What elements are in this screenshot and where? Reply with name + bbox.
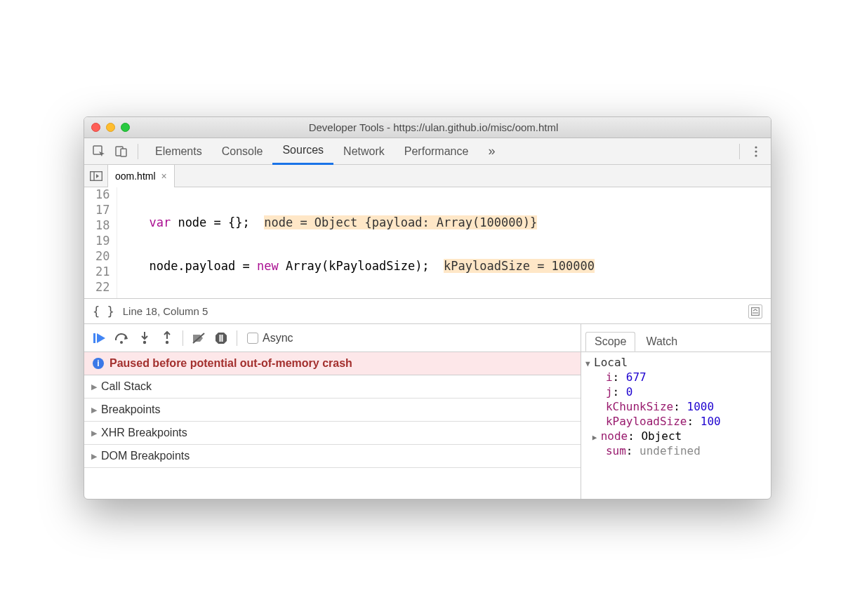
svg-point-13 (166, 340, 168, 343)
svg-rect-16 (222, 335, 223, 342)
chevron-right-icon: ▶ (91, 382, 97, 391)
chevron-down-icon: ▼ (585, 359, 594, 368)
tab-sources[interactable]: Sources (272, 138, 333, 165)
deactivate-breakpoints-icon[interactable] (189, 328, 208, 348)
svg-point-5 (755, 154, 757, 156)
section-call-stack[interactable]: ▶Call Stack (84, 375, 581, 399)
close-window-button[interactable] (91, 123, 100, 132)
async-label: Async (263, 332, 293, 344)
scope-var[interactable]: ▶node: Object (581, 429, 771, 443)
file-tab-oom[interactable]: oom.html × (108, 165, 175, 187)
window-title: Developer Tools - https://ulan.github.io… (103, 121, 764, 133)
info-icon: i (93, 358, 104, 369)
scope-local-header[interactable]: ▼Local (581, 355, 771, 370)
tab-elements[interactable]: Elements (145, 138, 212, 165)
code-editor[interactable]: 16 17 18 19 20 21 22 var node = {}; node… (84, 187, 771, 298)
scope-var[interactable]: i: 677 (581, 370, 771, 384)
scope-var[interactable]: kChunkSize: 1000 (581, 399, 771, 414)
svg-point-11 (120, 341, 123, 344)
devtools-window: Developer Tools - https://ulan.github.io… (84, 116, 771, 500)
svg-rect-8 (752, 307, 760, 315)
section-dom-breakpoints[interactable]: ▶DOM Breakpoints (84, 445, 581, 468)
step-over-icon[interactable] (112, 328, 132, 348)
scope-var[interactable]: j: 0 (581, 384, 771, 399)
debugger-panes: i Paused before potential out-of-memory … (84, 351, 771, 499)
svg-rect-15 (220, 335, 221, 342)
section-xhr-breakpoints[interactable]: ▶XHR Breakpoints (84, 422, 581, 445)
step-out-icon[interactable] (157, 328, 177, 348)
code-line-16: var node = {}; node = Object {payload: A… (120, 215, 771, 231)
section-breakpoints[interactable]: ▶Breakpoints (84, 399, 581, 422)
svg-point-4 (755, 150, 757, 152)
navigator-toggle-icon[interactable] (84, 165, 108, 187)
editor-statusbar: { } Line 18, Column 5 (84, 298, 771, 323)
chevron-right-icon: ▶ (592, 433, 601, 442)
more-tabs-button[interactable]: » (478, 138, 505, 165)
pause-message: i Paused before potential out-of-memory … (84, 352, 581, 375)
editor-tab-strip: oom.html × (84, 165, 771, 187)
tab-scope[interactable]: Scope (585, 332, 635, 351)
code-content: var node = {}; node = Object {payload: A… (117, 187, 771, 298)
scope-var[interactable]: kPayloadSize: 100 (581, 414, 771, 429)
panel-tabs: Elements Console Sources Network Perform… (145, 138, 505, 165)
cursor-position: Line 18, Column 5 (123, 305, 208, 317)
callstack-pane: i Paused before potential out-of-memory … (84, 352, 581, 499)
toolbar-divider (739, 144, 740, 159)
chevron-right-icon: ▶ (91, 429, 97, 438)
svg-rect-2 (121, 149, 126, 156)
main-toolbar: Elements Console Sources Network Perform… (84, 138, 771, 165)
scope-var[interactable]: sum: undefined (581, 443, 771, 458)
drawer-toggle-icon[interactable] (748, 304, 762, 319)
scope-pane: ▼Local i: 677 j: 0 kChunkSize: 1000 kPay… (581, 352, 771, 499)
tab-network[interactable]: Network (333, 138, 395, 165)
tab-console[interactable]: Console (212, 138, 273, 165)
resume-icon[interactable] (90, 328, 110, 348)
pause-text: Paused before potential out-of-memory cr… (110, 357, 352, 370)
file-tab-label: oom.html (115, 170, 156, 182)
pretty-print-icon[interactable]: { } (93, 304, 114, 319)
titlebar: Developer Tools - https://ulan.github.io… (84, 117, 771, 138)
async-checkbox[interactable]: Async (247, 332, 293, 344)
toolbar-divider (138, 144, 138, 159)
kebab-menu-icon[interactable] (747, 142, 765, 161)
chevron-right-icon: ▶ (91, 406, 97, 415)
inspect-icon[interactable] (90, 142, 108, 161)
scope-tabstrip: Scope Watch (581, 324, 771, 351)
svg-point-3 (755, 146, 757, 148)
checkbox-icon[interactable] (247, 333, 258, 344)
svg-point-12 (143, 340, 146, 343)
debugger-toolbar: Async Scope Watch (84, 323, 771, 351)
tab-performance[interactable]: Performance (395, 138, 479, 165)
step-into-icon[interactable] (135, 328, 154, 348)
line-gutter: 16 17 18 19 20 21 22 (84, 187, 117, 298)
device-toggle-icon[interactable] (112, 142, 131, 161)
close-icon[interactable]: × (161, 170, 167, 182)
tab-watch[interactable]: Watch (637, 332, 687, 351)
svg-rect-10 (93, 333, 95, 343)
chevron-right-icon: ▶ (91, 452, 97, 461)
code-line-17: node.payload = new Array(kPayloadSize); … (120, 259, 771, 274)
pause-on-exceptions-icon[interactable] (211, 328, 231, 348)
